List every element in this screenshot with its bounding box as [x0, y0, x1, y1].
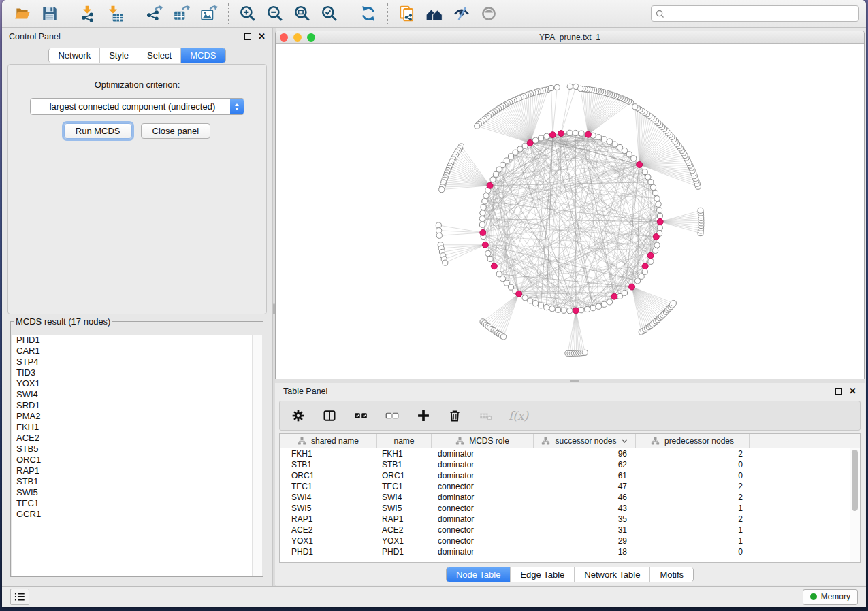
mcds-result-item[interactable]: FKH1 — [12, 422, 262, 433]
table-cell: 2 — [636, 482, 750, 491]
column-header-shared-name[interactable]: shared name — [280, 434, 377, 448]
mcds-result-item[interactable]: GCR1 — [12, 509, 262, 520]
export-network-button[interactable] — [142, 2, 167, 25]
table-cell: connector — [432, 482, 534, 491]
import-network-button[interactable] — [76, 2, 101, 25]
main-toolbar — [2, 0, 866, 28]
column-header-MCDS-role[interactable]: MCDS role — [432, 434, 534, 448]
table-cell: 61 — [534, 471, 636, 480]
column-header-successor-nodes[interactable]: successor nodes — [534, 434, 636, 448]
run-mcds-button[interactable]: Run MCDS — [64, 123, 132, 139]
table-row[interactable]: ACE2ACE2connector311 — [280, 525, 860, 535]
search-input[interactable] — [667, 8, 854, 19]
table-scrollbar[interactable] — [850, 448, 860, 562]
mcds-result-item[interactable]: YOX1 — [12, 378, 262, 389]
mcds-result-item[interactable]: PHD1 — [12, 335, 262, 346]
split-view-icon — [323, 409, 336, 423]
float-panel-icon[interactable] — [835, 388, 842, 395]
close-panel-icon[interactable]: ✕ — [258, 33, 266, 40]
mcds-result-item[interactable]: PMA2 — [12, 411, 262, 422]
deselect-all-button[interactable] — [383, 407, 401, 425]
import-table-button[interactable] — [103, 2, 128, 25]
delete-table-button[interactable] — [477, 407, 495, 425]
new-network-from-selection-button[interactable] — [395, 2, 419, 25]
column-header-predecessor-nodes[interactable]: predecessor nodes — [636, 434, 750, 448]
optimization-criterion-select[interactable]: largest connected component (undirected) — [30, 98, 244, 115]
float-panel-icon[interactable] — [244, 33, 251, 40]
mcds-result-item[interactable]: SRD1 — [12, 400, 262, 411]
zoom-selected-button[interactable] — [317, 2, 342, 25]
zoom-fit-button[interactable] — [290, 2, 315, 25]
table-cell: dominator — [432, 493, 534, 502]
tab-select[interactable]: Select — [138, 48, 180, 63]
add-column-button[interactable] — [415, 407, 432, 425]
split-view-button[interactable] — [321, 407, 338, 425]
delete-button[interactable] — [446, 407, 464, 425]
table-row[interactable]: SWI4SWI4dominator462 — [280, 492, 860, 503]
table-cell: 1 — [636, 525, 750, 535]
mcds-result-item[interactable]: SWI4 — [12, 389, 262, 400]
table-row[interactable]: RAP1RAP1dominator352 — [280, 514, 860, 525]
mcds-result-item[interactable]: RAP1 — [12, 465, 262, 476]
hide-graphics-details-button[interactable] — [449, 2, 474, 25]
table-row[interactable]: PHD1PHD1dominator180 — [280, 546, 860, 557]
table-row[interactable]: SWI5SWI5connector431 — [280, 503, 860, 514]
zoom-out-button[interactable] — [263, 2, 287, 25]
tab-mcds[interactable]: MCDS — [180, 48, 225, 63]
tab-edge-table[interactable]: Edge Table — [510, 567, 574, 582]
table-cell: 35 — [534, 514, 636, 524]
gear-button[interactable] — [289, 407, 307, 425]
save-session-icon — [41, 5, 59, 22]
toolbar-separator — [69, 3, 69, 24]
tab-network[interactable]: Network — [49, 48, 99, 63]
mcds-result-item[interactable]: SWI5 — [12, 487, 262, 498]
table-row[interactable]: ORC1ORC1dominator610 — [280, 470, 860, 481]
tab-network-table[interactable]: Network Table — [574, 567, 649, 582]
show-graphics-details-button[interactable] — [477, 2, 501, 25]
select-stepper-icon — [230, 99, 244, 114]
save-session-button[interactable] — [37, 2, 62, 25]
zoom-in-button[interactable] — [236, 2, 260, 25]
mcds-result-item[interactable]: TID3 — [12, 367, 262, 378]
scrollbar-thumb[interactable] — [852, 450, 858, 511]
table-cell: YOX1 — [280, 536, 377, 546]
toolbar-separator — [387, 3, 388, 24]
mcds-result-item[interactable]: STB1 — [12, 476, 262, 487]
show-panels-button[interactable] — [10, 589, 29, 605]
mcds-result-item[interactable]: STB5 — [12, 444, 262, 455]
refresh-button[interactable] — [356, 2, 381, 25]
table-cell: ORC1 — [377, 471, 432, 480]
export-table-button[interactable] — [170, 2, 194, 25]
close-panel-icon[interactable]: ✕ — [849, 388, 856, 395]
network-window-titlebar[interactable]: YPA_prune.txt_1 — [276, 31, 864, 44]
memory-button[interactable]: Memory — [803, 589, 858, 605]
select-all-button[interactable] — [352, 407, 370, 425]
tab-motifs[interactable]: Motifs — [649, 567, 693, 582]
tab-node-table[interactable]: Node Table — [447, 567, 511, 582]
open-session-button[interactable] — [10, 2, 35, 25]
table-row[interactable]: STB1STB1dominator620 — [280, 459, 860, 470]
new-network-from-selection-icon — [398, 5, 416, 22]
search-box[interactable] — [651, 5, 859, 22]
import-network-icon — [80, 5, 97, 22]
mcds-result-item[interactable]: TEC1 — [12, 498, 262, 509]
mcds-result-scrollbar[interactable] — [252, 335, 262, 576]
mcds-result-item[interactable]: ORC1 — [12, 455, 262, 465]
table-row[interactable]: FKH1FKH1dominator962 — [280, 448, 860, 459]
tab-style[interactable]: Style — [99, 48, 138, 63]
delete-table-icon — [479, 409, 493, 423]
close-panel-button[interactable]: Close panel — [141, 123, 211, 139]
table-cell: 0 — [636, 547, 750, 557]
column-header-name[interactable]: name — [377, 434, 432, 448]
mcds-result-item[interactable]: CAR1 — [12, 346, 262, 357]
table-row[interactable]: TEC1TEC1connector472 — [280, 481, 860, 492]
function-builder-button[interactable]: f(x) — [509, 407, 528, 425]
network-canvas[interactable] — [276, 44, 864, 380]
home-button[interactable] — [422, 2, 447, 25]
export-image-button[interactable] — [197, 2, 221, 25]
table-row[interactable]: YOX1YOX1connector291 — [280, 535, 860, 546]
column-label: MCDS role — [469, 436, 509, 446]
mcds-result-item[interactable]: STP4 — [12, 357, 262, 367]
mcds-result-item[interactable]: ACE2 — [12, 433, 262, 444]
table-cell: 47 — [534, 482, 636, 491]
